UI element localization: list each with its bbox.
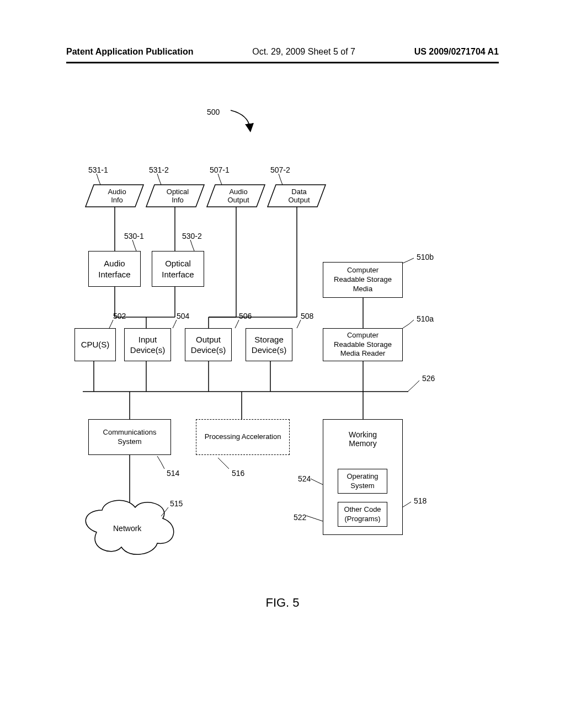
box-crs-media: ComputerReadable StorageMedia	[323, 262, 403, 298]
box-proc-accel: Processing Acceleration	[196, 419, 290, 455]
header-left: Patent Application Publication	[66, 47, 194, 57]
header-rule	[66, 62, 499, 63]
ref-504: 504	[177, 312, 189, 320]
diagram-container: 500	[66, 99, 497, 574]
header-right: US 2009/0271704 A1	[414, 47, 499, 57]
ref-531-2: 531-2	[149, 165, 169, 174]
ref-510b: 510b	[417, 253, 434, 261]
box-other-code: Other Code(Programs)	[338, 502, 387, 527]
box-optical-info: OpticalInfo	[161, 188, 194, 204]
box-os: OperatingSystem	[338, 469, 387, 494]
box-audio-info: AudioInfo	[100, 188, 134, 204]
header-center: Oct. 29, 2009 Sheet 5 of 7	[252, 47, 355, 57]
ref-500: 500	[207, 108, 220, 116]
ref-502: 502	[113, 312, 126, 320]
ref-514: 514	[167, 469, 179, 478]
ref-516: 516	[232, 469, 244, 478]
box-output-devices: OutputDevice(s)	[185, 328, 232, 361]
ref-507-1: 507-1	[210, 165, 230, 174]
box-crs-reader: ComputerReadable StorageMedia Reader	[323, 328, 403, 361]
box-comm-system: CommunicationsSystem	[88, 419, 171, 455]
box-audio-interface: AudioInterface	[88, 251, 141, 287]
ref-510a: 510a	[417, 314, 434, 323]
box-storage-devices: StorageDevice(s)	[246, 328, 292, 361]
page-header: Patent Application Publication Oct. 29, …	[66, 47, 499, 60]
box-network: Network	[113, 524, 141, 533]
figure-caption: FIG. 5	[0, 596, 565, 610]
box-cpus: CPU(S)	[74, 328, 116, 361]
ref-531-1: 531-1	[88, 165, 108, 174]
ref-524: 524	[298, 474, 311, 483]
ref-526: 526	[422, 374, 435, 383]
ref-515: 515	[170, 499, 183, 508]
box-input-devices: InputDevice(s)	[124, 328, 171, 361]
box-audio-output: AudioOutput	[222, 188, 255, 204]
box-data-output: DataOutput	[282, 188, 316, 204]
ref-507-2: 507-2	[270, 165, 290, 174]
ref-530-2: 530-2	[182, 232, 202, 240]
box-optical-interface: OpticalInterface	[152, 251, 204, 287]
ref-522: 522	[294, 513, 306, 522]
box-working-memory: WorkingMemory	[339, 430, 386, 448]
ref-518: 518	[414, 496, 427, 505]
ref-530-1: 530-1	[124, 232, 144, 240]
ref-508: 508	[301, 312, 313, 320]
ref-506: 506	[239, 312, 252, 320]
